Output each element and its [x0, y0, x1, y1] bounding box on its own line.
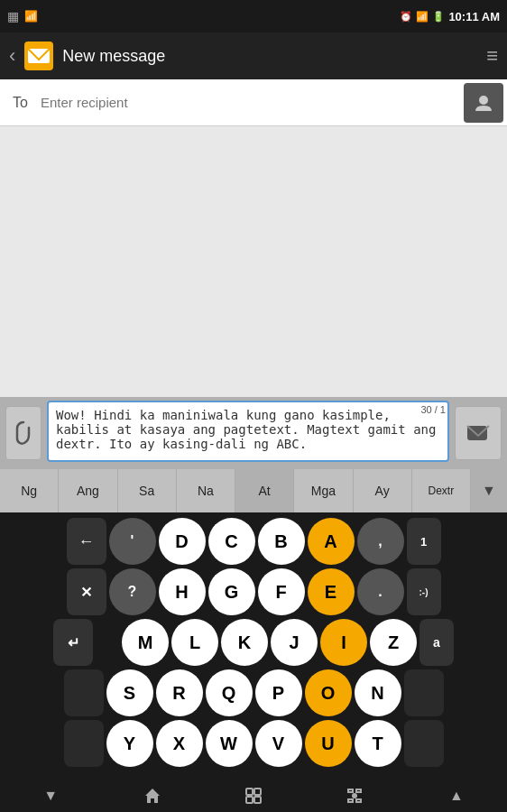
status-bar: ▦ 📶 ⏰ 📶 🔋 10:11 AM	[0, 0, 507, 32]
to-field: To	[0, 79, 507, 126]
key-G[interactable]: G	[208, 568, 255, 615]
nav-up[interactable]: ▲	[406, 780, 507, 812]
key-N[interactable]: N	[355, 669, 401, 716]
key-A[interactable]: A	[308, 518, 355, 565]
svg-rect-12	[356, 799, 361, 802]
key-S[interactable]: S	[106, 669, 153, 716]
suggestion-ng[interactable]: Ng	[0, 469, 59, 512]
page-title: New message	[62, 47, 486, 66]
contact-icon	[474, 93, 493, 113]
key-J[interactable]: J	[271, 619, 318, 666]
svg-point-2	[479, 96, 488, 105]
key-question[interactable]: ?	[109, 568, 156, 615]
char-count: 30 / 1	[420, 404, 446, 415]
key-spacer-right-5	[404, 720, 444, 767]
screenshot-icon	[346, 787, 364, 805]
suggestions-expand-button[interactable]: ▼	[471, 469, 507, 512]
key-lowercase-a[interactable]: a	[419, 619, 454, 666]
message-input[interactable]	[47, 401, 449, 462]
svg-rect-7	[246, 797, 253, 803]
suggestion-at[interactable]: At	[235, 469, 294, 512]
key-Z[interactable]: Z	[370, 619, 417, 666]
key-I[interactable]: I	[320, 619, 367, 666]
menu-button[interactable]: ≡	[486, 44, 498, 68]
keyboard-row-1: ← ' D C B A , 1	[0, 518, 507, 565]
text-input-area: 30 / 1	[0, 397, 507, 469]
suggestion-sa[interactable]: Sa	[118, 469, 177, 512]
key-T[interactable]: T	[355, 720, 401, 767]
key-delete[interactable]: ✕	[67, 568, 106, 615]
back-button[interactable]: ‹	[9, 44, 15, 68]
key-spacer-right-4	[404, 669, 444, 716]
key-period[interactable]: .	[357, 568, 404, 615]
key-B[interactable]: B	[258, 518, 305, 565]
svg-rect-6	[254, 789, 261, 795]
svg-marker-4	[145, 789, 160, 803]
attach-button[interactable]	[5, 406, 41, 460]
key-P[interactable]: P	[255, 669, 302, 716]
key-D[interactable]: D	[159, 518, 206, 565]
key-L[interactable]: L	[171, 619, 218, 666]
key-E[interactable]: E	[308, 568, 355, 615]
key-O[interactable]: O	[305, 669, 352, 716]
suggestion-ay[interactable]: Ay	[354, 469, 412, 512]
nav-down[interactable]: ▼	[0, 780, 101, 812]
key-comma[interactable]: ,	[357, 518, 404, 565]
nav-screenshot[interactable]	[304, 780, 405, 812]
contact-picker-button[interactable]	[464, 83, 503, 123]
key-M[interactable]: M	[122, 619, 169, 666]
status-time: 10:11 AM	[448, 10, 500, 23]
key-K[interactable]: K	[221, 619, 268, 666]
alarm-icon: ⏰	[400, 11, 412, 23]
key-spacer-left-5	[64, 720, 104, 767]
home-icon	[143, 787, 161, 805]
message-area[interactable]	[0, 126, 507, 397]
to-label: To	[0, 95, 41, 111]
key-W[interactable]: W	[206, 720, 253, 767]
suggestions-bar: Ng Ang Sa Na At Mga Ay Dextr ▼	[0, 469, 507, 512]
key-Y[interactable]: Y	[106, 720, 153, 767]
message-text-wrapper: 30 / 1	[47, 401, 449, 466]
signal-icon: 📶	[24, 10, 38, 23]
key-F[interactable]: F	[258, 568, 305, 615]
key-X[interactable]: X	[156, 720, 203, 767]
key-enter[interactable]: ↵	[53, 619, 93, 666]
key-V[interactable]: V	[255, 720, 302, 767]
svg-rect-11	[348, 799, 353, 802]
status-left: ▦ 📶	[7, 9, 38, 23]
app-header: ‹ New message ≡	[0, 32, 507, 79]
key-spacer-left-4	[64, 669, 104, 716]
key-emoji[interactable]: :-)	[407, 568, 441, 615]
keyboard: ← ' D C B A , 1 ✕ ? H G F E . :-) ↵ M L …	[0, 512, 507, 780]
wifi-icon: 📶	[416, 11, 429, 23]
paperclip-icon	[14, 420, 32, 446]
bottom-nav: ▼ ▲	[0, 780, 507, 812]
key-C[interactable]: C	[208, 518, 255, 565]
key-1[interactable]: 1	[407, 518, 441, 565]
recipient-input[interactable]	[41, 95, 464, 110]
key-R[interactable]: R	[156, 669, 203, 716]
envelope-icon	[24, 42, 53, 70]
send-button[interactable]	[455, 406, 502, 460]
key-backspace[interactable]: ←	[67, 518, 106, 565]
key-U[interactable]: U	[305, 720, 352, 767]
notification-icon: ▦	[7, 9, 19, 23]
key-H[interactable]: H	[159, 568, 206, 615]
suggestion-mga[interactable]: Mga	[294, 469, 353, 512]
keyboard-row-2: ✕ ? H G F E . :-)	[0, 568, 507, 615]
keyboard-row-5: Y X W V U T	[0, 720, 507, 767]
send-icon	[466, 420, 491, 446]
keyboard-row-3: ↵ M L K J I Z a	[0, 619, 507, 666]
recent-apps-icon	[244, 787, 263, 805]
nav-home[interactable]	[101, 780, 202, 812]
suggestion-dextr[interactable]: Dextr	[412, 469, 471, 512]
svg-rect-5	[246, 789, 253, 795]
keyboard-row-4: S R Q P O N	[0, 669, 507, 716]
nav-recent[interactable]	[203, 780, 304, 812]
suggestion-na[interactable]: Na	[177, 469, 235, 512]
key-Q[interactable]: Q	[206, 669, 253, 716]
suggestion-ang[interactable]: Ang	[59, 469, 117, 512]
battery-icon: 🔋	[432, 11, 445, 23]
key-apostrophe[interactable]: '	[109, 518, 156, 565]
svg-rect-8	[254, 797, 261, 803]
